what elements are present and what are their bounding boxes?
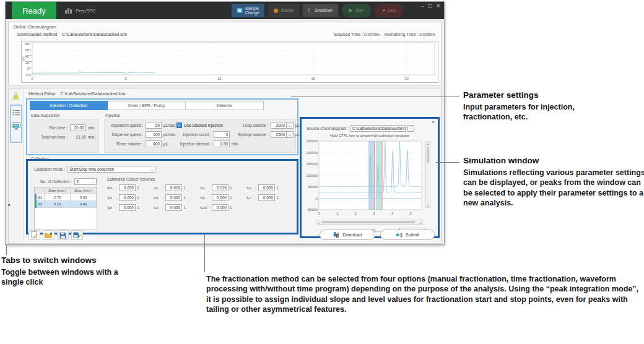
field-label: Aspiration speed : [107, 123, 143, 127]
field-loop-volume-: Loop volume :2000⌄μL. [236, 121, 301, 130]
tabs-callout-line [6, 245, 7, 255]
stop-button[interactable]: ■ Stop [375, 4, 403, 17]
parameter-callout-line [291, 97, 459, 97]
svg-text:15: 15 [311, 77, 315, 80]
field-input[interactable]: 50 [146, 122, 162, 129]
svg-text:250000: 250000 [307, 139, 318, 143]
panel-collapse-arrow[interactable]: ◄ [7, 203, 11, 207]
sidebar-item-method[interactable] [11, 92, 20, 100]
field-unit: min. [232, 142, 239, 146]
field-input[interactable]: 100 [146, 131, 162, 138]
new-method-button[interactable] [28, 230, 40, 240]
start-cell[interactable]: 2.70 [45, 194, 71, 201]
sample-change-label-2: Change [245, 11, 259, 15]
stop-cell[interactable]: 3.00 [71, 194, 97, 201]
volume-name: S1 [154, 186, 162, 190]
field-input[interactable]: 20.00 [70, 124, 86, 131]
table-row[interactable]: S23.103.40 [35, 201, 97, 208]
field-input[interactable]: 2500 [271, 131, 287, 138]
method-file-toolbar [28, 230, 83, 240]
start-button[interactable]: ▶ Start [342, 4, 372, 17]
volume-input[interactable]: 0.000 [165, 194, 182, 201]
sample-change-button[interactable]: SampleChange [232, 4, 264, 17]
simulation-annotation-body: Simulations reflecting various parameter… [463, 168, 644, 208]
volume-name: S4 [107, 196, 116, 200]
svg-text:5: 5 [125, 77, 127, 80]
chevron-down-icon[interactable]: ⌄ [287, 122, 294, 129]
tab-oven-bpr-pump[interactable]: Oven / BPR / Pump [108, 101, 186, 110]
use-stacked-injection-checkbox[interactable]: ✓ [176, 123, 182, 128]
volume-input[interactable]: 0.005 [119, 184, 136, 191]
save-method-as-button[interactable] [71, 230, 83, 240]
collapse-chevrons-icon[interactable]: » [432, 119, 435, 125]
field-input[interactable]: 2000 [271, 122, 287, 129]
field-label: Rinse volume : [107, 142, 143, 146]
tab-injection-collection[interactable]: Injection / Collection [30, 101, 108, 110]
volume-input[interactable]: 0.000 [212, 194, 228, 201]
field-input[interactable]: 3 [214, 131, 230, 138]
collection-table[interactable]: Start [min.]Stop [min.]S12.703.00S23.103… [34, 187, 97, 230]
volume-name: S9 [154, 205, 162, 210]
injection-label: Injection [105, 113, 120, 118]
volume-input[interactable]: 0.016 [212, 184, 228, 191]
collection-frame: Collection mode : Start/Stop time collec… [26, 159, 298, 234]
field-input[interactable]: 400 [146, 140, 162, 147]
volume-s4: S4:0.000L [107, 194, 154, 201]
chevron-down-icon[interactable]: ⌄ [287, 131, 294, 138]
save-method-button[interactable] [57, 230, 69, 240]
field-rinse-volume-: Rinse volume :400μL. [107, 139, 176, 148]
simulation-chart-svg[interactable]: 250000200000150000100000500000-500000123… [303, 139, 424, 218]
collection-count-select[interactable]: 2 ⌄ [74, 178, 97, 185]
simulation-vertical-scrollbar[interactable]: ▴▾ [425, 141, 430, 208]
volume-input[interactable]: 0.000 [258, 184, 275, 191]
volume-name: S6 [200, 196, 209, 200]
sidebar-item-monitor[interactable] [11, 122, 21, 131]
sidebar-item-method-list[interactable] [11, 108, 21, 117]
submit-button[interactable]: Submit [380, 230, 435, 240]
volume-input[interactable]: 0.016 [165, 184, 182, 191]
field-unit: μL/sec. [163, 132, 176, 137]
close-button[interactable]: ✕ [436, 3, 440, 9]
field-label: Dispense speed : [107, 132, 143, 137]
svg-text:150000: 150000 [307, 162, 318, 166]
submit-icon [396, 232, 402, 238]
simulation-window: » Source chromatogram : C:\LabSolutions\… [300, 117, 440, 238]
field-unit: μL. [163, 142, 169, 146]
online-chromatogram-title: Online Chromatogram [14, 25, 56, 29]
stop-cell[interactable]: 3.40 [71, 201, 97, 208]
download-button[interactable]: Download [320, 230, 375, 240]
source-chromatogram-input[interactable]: C:\LabSolutions\Data\warfarin single s [350, 125, 406, 132]
titlebar-buttons: SampleChange Startup ☾ Shutdown ▶ Start … [232, 4, 403, 17]
volume-input[interactable]: 0.000 [258, 194, 275, 201]
shutdown-button[interactable]: ☾ Shutdown [303, 4, 338, 17]
collection-mode-select[interactable]: Start/Stop time collection ⌄ [67, 166, 155, 173]
status-badge: Ready [12, 2, 56, 19]
open-folder-icon [45, 232, 53, 239]
volume-input[interactable]: 0.000 [119, 194, 136, 201]
browse-button[interactable]: ... [407, 125, 414, 132]
volume-s3: S3:0.000L [246, 184, 293, 191]
minimize-button[interactable]: – [421, 3, 424, 9]
simulation-horizontal-scrollbar[interactable]: ◂▸ [316, 220, 423, 225]
shutdown-label: Shutdown [315, 8, 333, 12]
field-input[interactable]: 0.80 [214, 140, 230, 147]
table-row[interactable]: S12.703.00 [35, 194, 97, 201]
volume-input[interactable]: 0.000 [119, 204, 136, 211]
online-chromatogram-chart[interactable]: 88768748728787-11305101520mV [21, 41, 438, 83]
open-method-button[interactable] [43, 230, 54, 240]
volume-unit: L [230, 205, 233, 210]
fraction-color-tag [35, 201, 37, 208]
start-cell[interactable]: 3.10 [45, 201, 71, 208]
tab-detector[interactable]: Detector [186, 101, 264, 110]
svg-text:4: 4 [391, 212, 393, 215]
field-injection-interval-: Injection interval :0.80min. [176, 139, 239, 148]
volume-input[interactable]: 0.000 [165, 204, 182, 211]
svg-text:-113: -113 [24, 73, 31, 77]
volume-s7: S7:0.000L [246, 194, 293, 201]
start-label: Start [355, 8, 364, 12]
app-identity: PrepSFC [65, 2, 96, 19]
maximize-button[interactable]: ▢ [428, 3, 433, 9]
column-header [35, 187, 45, 194]
volume-input[interactable]: 0.000 [212, 204, 228, 211]
startup-button[interactable]: Startup [268, 4, 299, 17]
